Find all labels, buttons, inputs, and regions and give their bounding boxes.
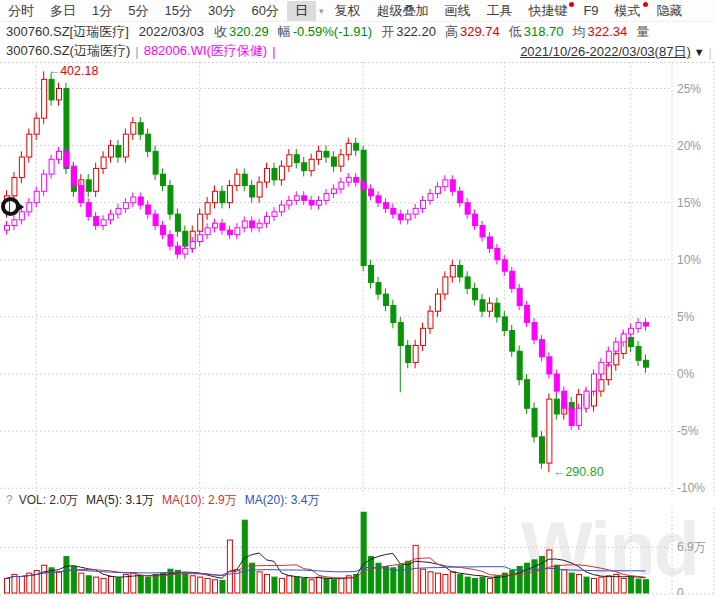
chart-anchor-icon[interactable] xyxy=(1,197,20,216)
toolbar-item-3[interactable]: 5分 xyxy=(120,1,156,21)
anchor-arrow xyxy=(17,202,24,212)
volume-indicator-header: ? VOL: 2.0万 MA(5): 3.1万 MA(10): 2.9万 MA(… xyxy=(0,492,716,508)
price-annotation: ←290.80 xyxy=(553,465,604,479)
svg-text:20%: 20% xyxy=(677,139,701,153)
range-separator: | xyxy=(709,45,712,60)
toolbar-item-9[interactable]: 复权 xyxy=(326,1,368,21)
quote-field-1: 幅-0.59%(-1.91) xyxy=(278,24,372,39)
legend-primary-symbol[interactable]: 300760.SZ(迈瑞医疗) xyxy=(6,42,130,60)
annotation-price: 290.80 xyxy=(565,465,603,479)
quote-field-label: 收 xyxy=(214,24,227,39)
vol-value: VOL: 2.0万 xyxy=(19,492,78,509)
quote-field-label: 低 xyxy=(509,24,522,39)
toolbar-item-7[interactable]: 日 xyxy=(287,1,316,21)
svg-text:0%: 0% xyxy=(677,367,695,381)
svg-text:25%: 25% xyxy=(677,82,701,96)
toolbar-item-16[interactable]: 隐藏 xyxy=(649,1,691,21)
chevron-down-icon[interactable]: ▼ xyxy=(694,46,705,58)
price-annotation: ←402.18 xyxy=(48,64,99,78)
quote-fields: 收320.29幅-0.59%(-1.91)开322.20高329.74低318.… xyxy=(214,23,660,41)
quote-field-5: 均322.34 xyxy=(572,24,627,39)
help-icon[interactable]: ? xyxy=(6,493,13,507)
legend-separator: | xyxy=(135,44,138,59)
legend-separator: | xyxy=(272,44,275,59)
annotation-arrow-icon: ← xyxy=(553,465,566,479)
toolbar-item-1[interactable]: 多日 xyxy=(42,1,84,21)
notification-dot xyxy=(643,2,648,7)
quote-field-2: 开322.20 xyxy=(381,24,436,39)
quote-field-label: 幅 xyxy=(278,24,291,39)
notification-dot xyxy=(569,2,574,7)
svg-text:-5%: -5% xyxy=(677,424,699,438)
quote-field-3: 高329.74 xyxy=(445,24,500,39)
quote-bar: 300760.SZ[迈瑞医疗] 2022/03/03 收320.29幅-0.59… xyxy=(0,22,716,41)
toolbar-item-14[interactable]: F9 xyxy=(575,2,606,19)
quote-field-6: 量 xyxy=(636,24,651,39)
toolbar-item-10[interactable]: 超级叠加 xyxy=(368,1,436,21)
candlestick-chart[interactable]: 25%20%15%10%5%0%-5%-10% xyxy=(0,62,716,495)
svg-text:10%: 10% xyxy=(677,253,701,267)
svg-text:5%: 5% xyxy=(677,310,695,324)
quote-field-label: 开 xyxy=(381,24,394,39)
annotation-price: 402.18 xyxy=(60,64,98,78)
vol-ma10-value: MA(10): 2.9万 xyxy=(162,492,237,509)
quote-date: 2022/03/03 xyxy=(139,24,204,39)
toolbar-item-4[interactable]: 15分 xyxy=(156,1,199,21)
symbol-name: 300760.SZ[迈瑞医疗] xyxy=(6,23,129,41)
volume-chart[interactable]: 6.9万0 xyxy=(0,508,716,596)
toolbar-item-12[interactable]: 工具 xyxy=(478,1,520,21)
toolbar-item-2[interactable]: 1分 xyxy=(84,1,120,21)
toolbar-item-5[interactable]: 30分 xyxy=(200,1,243,21)
vol-ma5-value: MA(5): 3.1万 xyxy=(86,492,154,509)
quote-field-value: 318.70 xyxy=(524,24,564,39)
quote-field-4: 低318.70 xyxy=(509,24,564,39)
quote-field-value: 322.34 xyxy=(587,24,627,39)
trading-terminal-window: 分时多日1分5分15分30分60分日▾复权超级叠加画线工具快捷键F9模式隐藏 3… xyxy=(0,0,716,599)
period-toolbar: 分时多日1分5分15分30分60分日▾复权超级叠加画线工具快捷键F9模式隐藏 xyxy=(0,0,716,22)
vol-ma20-value: MA(20): 3.4万 xyxy=(245,492,320,509)
annotation-arrow-icon: ← xyxy=(48,64,61,78)
quote-field-value: -0.59%(-1.91) xyxy=(293,24,372,39)
svg-text:6.9万: 6.9万 xyxy=(677,540,706,554)
toolbar-item-6[interactable]: 60分 xyxy=(243,1,286,21)
date-range-label[interactable]: 2021/10/26-2022/03/03(87日) xyxy=(520,43,691,61)
quote-field-0: 收320.29 xyxy=(214,24,269,39)
quote-field-label: 量 xyxy=(636,24,649,39)
quote-field-value: 329.74 xyxy=(460,24,500,39)
quote-field-label: 高 xyxy=(445,24,458,39)
quote-field-label: 均 xyxy=(572,24,585,39)
toolbar-item-0[interactable]: 分时 xyxy=(0,1,42,21)
svg-text:0: 0 xyxy=(677,586,684,595)
toolbar-item-15[interactable]: 模式 xyxy=(607,1,649,21)
toolbar-item-13[interactable]: 快捷键 xyxy=(520,1,575,21)
period-dropdown-icon[interactable]: ▾ xyxy=(316,5,327,17)
svg-text:15%: 15% xyxy=(677,196,701,210)
date-range-control[interactable]: 2021/10/26-2022/03/03(87日) ▼ | xyxy=(520,43,712,61)
quote-field-value: 320.29 xyxy=(229,24,269,39)
legend-overlay-symbol[interactable]: 882006.WI(医疗保健) xyxy=(144,42,268,60)
quote-field-value: 322.20 xyxy=(396,24,436,39)
toolbar-item-11[interactable]: 画线 xyxy=(436,1,478,21)
